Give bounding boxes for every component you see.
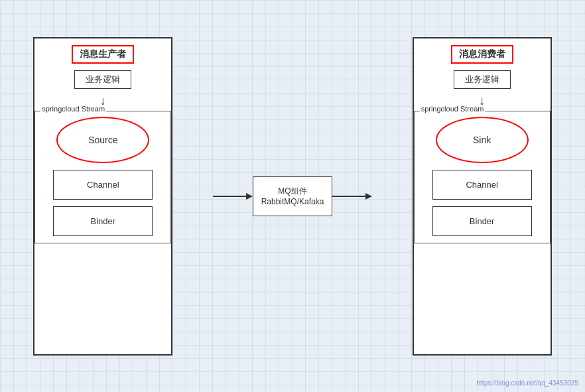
right-arrow [332, 186, 372, 206]
producer-binder-box: Binder [53, 206, 153, 236]
mq-box: MQ组件 RabbitMQ/Kafaka [253, 176, 332, 216]
consumer-stream-label: springcloud Stream [420, 105, 486, 113]
consumer-stream-section: springcloud Stream Sink Channel Binder [414, 111, 551, 243]
consumer-title: 消息消费者 [451, 45, 513, 64]
left-arrow [213, 186, 253, 206]
svg-marker-1 [246, 193, 253, 200]
mq-line1: MQ组件 [278, 186, 306, 197]
producer-logic: 业务逻辑 [74, 70, 131, 89]
mq-line2: RabbitMQ/Kafaka [261, 197, 324, 206]
middle-area: MQ组件 RabbitMQ/Kafaka [213, 176, 372, 216]
sink-label: Sink [473, 135, 491, 145]
consumer-binder-label: Binder [470, 216, 495, 226]
svg-marker-3 [365, 193, 372, 200]
producer-binder-label: Binder [91, 216, 116, 226]
watermark: https://blog.csdn.net/qq_43453035 [477, 379, 578, 387]
consumer-logic: 业务逻辑 [454, 70, 511, 89]
diagram-container: 消息生产者 业务逻辑 ↓ springcloud Stream Source C… [13, 13, 572, 379]
sink-oval: Sink [436, 117, 529, 163]
source-oval: Source [56, 117, 149, 163]
producer-title: 消息生产者 [72, 45, 134, 64]
producer-channel-box: Channel [53, 170, 153, 200]
consumer-channel-label: Channel [466, 180, 497, 190]
consumer-channel-box: Channel [432, 170, 532, 200]
consumer-box: 消息消费者 业务逻辑 ↓ springcloud Stream Sink Cha… [413, 37, 552, 356]
producer-channel-label: Channel [87, 180, 119, 190]
producer-stream-section: springcloud Stream Source Channel Binder [34, 111, 171, 243]
producer-stream-label: springcloud Stream [40, 105, 106, 113]
source-label: Source [88, 135, 117, 145]
arrow-row: MQ组件 RabbitMQ/Kafaka [213, 176, 372, 216]
producer-box: 消息生产者 业务逻辑 ↓ springcloud Stream Source C… [33, 37, 172, 356]
consumer-binder-box: Binder [432, 206, 532, 236]
